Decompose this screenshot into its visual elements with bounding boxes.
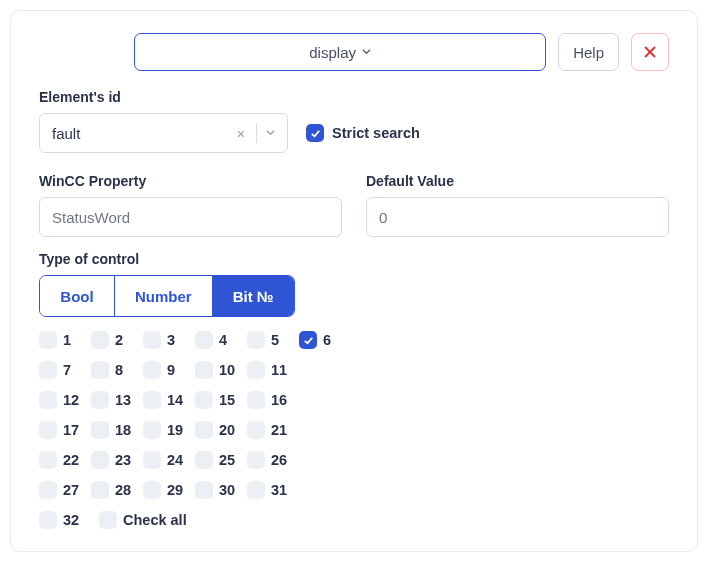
- element-id-select[interactable]: fault ×: [39, 113, 288, 153]
- separator: [256, 123, 257, 143]
- bit-30[interactable]: 30: [195, 481, 243, 499]
- bit-20[interactable]: 20: [195, 421, 243, 439]
- help-button[interactable]: Help: [558, 33, 619, 71]
- bit-5[interactable]: 5: [247, 331, 295, 349]
- bit-19-label: 19: [167, 422, 183, 438]
- bit-4-checkbox[interactable]: [195, 331, 213, 349]
- bit-20-label: 20: [219, 422, 235, 438]
- close-icon: [644, 46, 656, 58]
- bit-30-checkbox[interactable]: [195, 481, 213, 499]
- strict-search-checkbox[interactable]: [306, 124, 324, 142]
- bit-16[interactable]: 16: [247, 391, 295, 409]
- bit-15[interactable]: 15: [195, 391, 243, 409]
- bit-14[interactable]: 14: [143, 391, 191, 409]
- bit-32-checkbox[interactable]: [39, 511, 57, 529]
- bit-22[interactable]: 22: [39, 451, 87, 469]
- bit-21[interactable]: 21: [247, 421, 295, 439]
- wincc-input[interactable]: [39, 197, 342, 237]
- bit-26-checkbox[interactable]: [247, 451, 265, 469]
- bit-23[interactable]: 23: [91, 451, 139, 469]
- bit-25-checkbox[interactable]: [195, 451, 213, 469]
- chevron-down-icon: [362, 47, 371, 58]
- bit-23-label: 23: [115, 452, 131, 468]
- bit-16-checkbox[interactable]: [247, 391, 265, 409]
- bit-17-label: 17: [63, 422, 79, 438]
- bit-15-checkbox[interactable]: [195, 391, 213, 409]
- element-id-label: Element's id: [39, 89, 669, 105]
- bit-22-checkbox[interactable]: [39, 451, 57, 469]
- topbar: display Help: [39, 33, 669, 71]
- bit-3-checkbox[interactable]: [143, 331, 161, 349]
- bit-31-label: 31: [271, 482, 287, 498]
- bit-9[interactable]: 9: [143, 361, 191, 379]
- bit-21-checkbox[interactable]: [247, 421, 265, 439]
- bit-14-checkbox[interactable]: [143, 391, 161, 409]
- bit-2[interactable]: 2: [91, 331, 139, 349]
- bit-6[interactable]: 6: [299, 331, 347, 349]
- bit-1-checkbox[interactable]: [39, 331, 57, 349]
- bit-12-label: 12: [63, 392, 79, 408]
- bit-3-label: 3: [167, 332, 183, 348]
- bit-24[interactable]: 24: [143, 451, 191, 469]
- bit-19-checkbox[interactable]: [143, 421, 161, 439]
- bit-10[interactable]: 10: [195, 361, 243, 379]
- bit-32-label: 32: [63, 512, 79, 528]
- clear-icon[interactable]: ×: [230, 125, 252, 142]
- bit-7-checkbox[interactable]: [39, 361, 57, 379]
- default-value-input[interactable]: [366, 197, 669, 237]
- bit-23-checkbox[interactable]: [91, 451, 109, 469]
- bits-grid: 1234567891011121314151617181920212223242…: [39, 331, 669, 499]
- bit-11[interactable]: 11: [247, 361, 295, 379]
- bit-16-label: 16: [271, 392, 287, 408]
- bit-31[interactable]: 31: [247, 481, 295, 499]
- bit-18[interactable]: 18: [91, 421, 139, 439]
- bit-28[interactable]: 28: [91, 481, 139, 499]
- bit-4[interactable]: 4: [195, 331, 243, 349]
- bit-26[interactable]: 26: [247, 451, 295, 469]
- bit-29[interactable]: 29: [143, 481, 191, 499]
- display-dropdown[interactable]: display: [134, 33, 546, 71]
- bit-29-checkbox[interactable]: [143, 481, 161, 499]
- bit-17[interactable]: 17: [39, 421, 87, 439]
- bit-12[interactable]: 12: [39, 391, 87, 409]
- strict-search-label: Strict search: [332, 125, 420, 141]
- bit-6-checkbox[interactable]: [299, 331, 317, 349]
- bit-27[interactable]: 27: [39, 481, 87, 499]
- close-button[interactable]: [631, 33, 669, 71]
- bit-17-checkbox[interactable]: [39, 421, 57, 439]
- bit-10-label: 10: [219, 362, 235, 378]
- bit-13[interactable]: 13: [91, 391, 139, 409]
- bit-19[interactable]: 19: [143, 421, 191, 439]
- bit-24-checkbox[interactable]: [143, 451, 161, 469]
- bit-27-checkbox[interactable]: [39, 481, 57, 499]
- bit-2-checkbox[interactable]: [91, 331, 109, 349]
- strict-search-toggle[interactable]: Strict search: [306, 124, 420, 142]
- bit-8[interactable]: 8: [91, 361, 139, 379]
- bit-28-checkbox[interactable]: [91, 481, 109, 499]
- bit-3[interactable]: 3: [143, 331, 191, 349]
- bit-20-checkbox[interactable]: [195, 421, 213, 439]
- bit-25[interactable]: 25: [195, 451, 243, 469]
- bit-12-checkbox[interactable]: [39, 391, 57, 409]
- bit-24-label: 24: [167, 452, 183, 468]
- bit-10-checkbox[interactable]: [195, 361, 213, 379]
- bit-11-checkbox[interactable]: [247, 361, 265, 379]
- bit-27-label: 27: [63, 482, 79, 498]
- bit-31-checkbox[interactable]: [247, 481, 265, 499]
- bit-28-label: 28: [115, 482, 131, 498]
- bit-8-checkbox[interactable]: [91, 361, 109, 379]
- bit-5-checkbox[interactable]: [247, 331, 265, 349]
- bit-13-checkbox[interactable]: [91, 391, 109, 409]
- bit-7[interactable]: 7: [39, 361, 87, 379]
- config-card: display Help Element's id fault ×: [10, 10, 698, 552]
- seg-bool[interactable]: Bool: [40, 276, 114, 316]
- bit-15-label: 15: [219, 392, 235, 408]
- seg-number[interactable]: Number: [114, 276, 212, 316]
- bit-18-checkbox[interactable]: [91, 421, 109, 439]
- bit-9-checkbox[interactable]: [143, 361, 161, 379]
- check-all-checkbox[interactable]: [99, 511, 117, 529]
- bit-7-label: 7: [63, 362, 79, 378]
- chevron-down-icon[interactable]: [261, 128, 279, 139]
- seg-bit-no[interactable]: Bit №: [212, 276, 294, 316]
- bit-1[interactable]: 1: [39, 331, 87, 349]
